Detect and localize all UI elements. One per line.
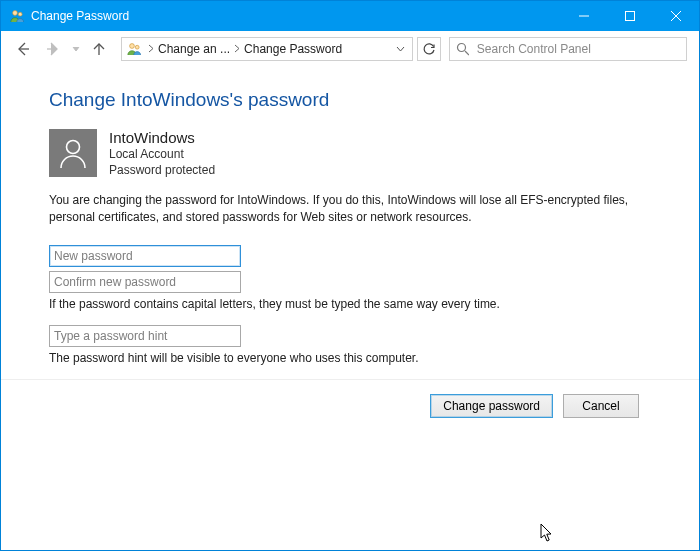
change-password-button[interactable]: Change password bbox=[430, 394, 553, 418]
svg-point-9 bbox=[130, 43, 135, 48]
chevron-down-icon[interactable] bbox=[392, 46, 408, 52]
breadcrumb-item-change-password[interactable]: Change Password bbox=[242, 42, 344, 56]
recent-dropdown[interactable] bbox=[69, 35, 83, 63]
search-icon bbox=[456, 42, 469, 56]
user-info: IntoWindows Local Account Password prote… bbox=[49, 129, 651, 178]
window-title: Change Password bbox=[31, 9, 129, 23]
maximize-button[interactable] bbox=[607, 1, 653, 31]
breadcrumb: Change an ... Change Password bbox=[146, 42, 344, 56]
chevron-right-icon[interactable] bbox=[232, 44, 242, 53]
user-account-type: Local Account bbox=[109, 146, 215, 162]
page-title: Change IntoWindows's password bbox=[49, 89, 651, 111]
cursor-icon bbox=[540, 523, 554, 543]
user-meta: IntoWindows Local Account Password prote… bbox=[109, 129, 215, 178]
new-password-input[interactable] bbox=[49, 245, 241, 267]
svg-point-11 bbox=[458, 43, 466, 51]
chevron-right-icon[interactable] bbox=[146, 44, 156, 53]
refresh-button[interactable] bbox=[417, 37, 441, 61]
svg-point-13 bbox=[67, 141, 80, 154]
warning-text: You are changing the password for IntoWi… bbox=[49, 192, 651, 224]
search-input[interactable] bbox=[475, 41, 680, 57]
confirm-password-input[interactable] bbox=[49, 271, 241, 293]
address-bar[interactable]: Change an ... Change Password bbox=[121, 37, 413, 61]
caps-hint: If the password contains capital letters… bbox=[49, 297, 651, 311]
titlebar: Change Password bbox=[1, 1, 699, 31]
svg-point-10 bbox=[135, 45, 139, 49]
user-password-status: Password protected bbox=[109, 162, 215, 178]
cancel-button[interactable]: Cancel bbox=[563, 394, 639, 418]
svg-line-12 bbox=[465, 51, 469, 55]
avatar bbox=[49, 129, 97, 177]
navigation-bar: Change an ... Change Password bbox=[1, 31, 699, 67]
visibility-hint: The password hint will be visible to eve… bbox=[49, 351, 651, 365]
svg-point-1 bbox=[18, 12, 22, 16]
password-hint-input[interactable] bbox=[49, 325, 241, 347]
person-icon bbox=[55, 135, 91, 171]
minimize-button[interactable] bbox=[561, 1, 607, 31]
svg-point-0 bbox=[13, 11, 18, 16]
change-password-window: Change Password Change an ... bbox=[0, 0, 700, 551]
back-button[interactable] bbox=[9, 35, 37, 63]
forward-button[interactable] bbox=[39, 35, 67, 63]
content-area: Change IntoWindows's password IntoWindow… bbox=[1, 67, 699, 418]
action-buttons: Change password Cancel bbox=[49, 380, 651, 418]
user-accounts-icon bbox=[9, 8, 25, 24]
search-box[interactable] bbox=[449, 37, 687, 61]
up-button[interactable] bbox=[85, 35, 113, 63]
svg-rect-3 bbox=[626, 12, 635, 21]
breadcrumb-item-change-an[interactable]: Change an ... bbox=[156, 42, 232, 56]
close-button[interactable] bbox=[653, 1, 699, 31]
user-accounts-icon bbox=[126, 41, 142, 57]
user-name: IntoWindows bbox=[109, 129, 215, 146]
